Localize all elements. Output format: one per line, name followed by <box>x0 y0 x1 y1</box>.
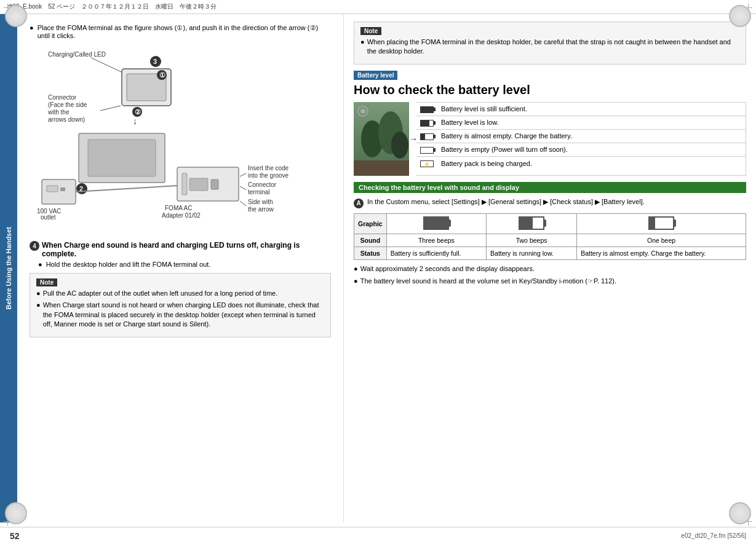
battery-text-1: Battery level is low. <box>441 118 499 127</box>
batt-graphic-med <box>519 216 544 230</box>
step4-label: 4 When Charge end sound is heard and cha… <box>30 241 331 258</box>
note-label-right: Note <box>360 27 381 35</box>
svg-rect-18 <box>88 140 156 176</box>
footer-file-info: e02_dt20_7e.fm [52/56] <box>681 532 746 539</box>
svg-text:with the: with the <box>47 109 70 116</box>
svg-text:Side with: Side with <box>248 199 273 205</box>
svg-rect-23 <box>60 187 65 191</box>
svg-text:FOMA AC: FOMA AC <box>165 205 192 211</box>
battery-section: Battery level How to check the battery l… <box>354 71 746 176</box>
deco-circle-br <box>729 502 751 524</box>
battery-icon-high <box>420 118 437 127</box>
note-bullet-1: ● <box>36 289 41 298</box>
checking-bullet-1-text: Wait approximately 2 seconds and the dis… <box>360 265 535 272</box>
svg-rect-27 <box>182 173 187 195</box>
sound-table-row-graphic: Graphic <box>354 213 746 234</box>
note-right-text: ● When placing the FOMA terminal in the … <box>360 37 739 57</box>
diagram-svg: Charging/Called LED 3 ① ② ↓ Connector <box>30 44 337 229</box>
step4-sub-bullet: ● <box>38 261 42 268</box>
sound-table-row-sound: Sound Three beeps Two beeps One beep <box>354 234 746 246</box>
battery-rows: Battery level is still sufficient. Batte… <box>416 102 746 176</box>
svg-text:the arrow: the arrow <box>248 206 274 213</box>
status-full: Battery is sufficiently full. <box>386 246 486 259</box>
note-bullet-2: ● <box>36 301 41 310</box>
battery-image-inner <box>354 102 409 176</box>
batt-graphic-full <box>423 216 449 230</box>
page-number: 52 <box>10 531 20 541</box>
note-right-content: When placing the FOMA terminal in the de… <box>367 37 739 57</box>
batt-empty-icon <box>420 147 434 154</box>
note-text-2: When Charge start sound is not heard or … <box>43 301 324 329</box>
svg-text:outlet: outlet <box>41 214 56 221</box>
sound-one: One beep <box>577 234 746 246</box>
status-low: Battery is running low. <box>487 246 577 259</box>
svg-rect-29 <box>211 179 218 189</box>
checking-bullet-1-icon: ● <box>354 265 358 272</box>
svg-line-41 <box>76 186 177 192</box>
graphic-label: Graphic <box>354 213 387 234</box>
sidebar-tab: Before Using the Handset <box>0 14 17 522</box>
sound-two: Two beeps <box>487 234 577 246</box>
checking-bullet-1: ● Wait approximately 2 seconds and the d… <box>354 265 746 272</box>
svg-text:Adapter 01/02: Adapter 01/02 <box>162 212 201 219</box>
svg-text:↓: ↓ <box>133 116 137 126</box>
sound-label: Sound <box>354 234 387 246</box>
battery-icon-empty <box>420 145 437 154</box>
svg-line-35 <box>240 186 246 190</box>
graphic-medium <box>487 213 577 234</box>
header-book-info: dt20_E.book 52 ページ ２００７年１２月１２日 水曜日 午後２時３… <box>7 2 217 11</box>
svg-text:Insert the code: Insert the code <box>248 165 289 171</box>
graphic-full <box>386 213 486 234</box>
svg-point-48 <box>360 109 365 114</box>
sound-table-row-status: Status Battery is sufficiently full. Bat… <box>354 246 746 259</box>
battery-row-3: Battery is empty (Power will turn off so… <box>416 143 746 157</box>
note-item-1: ● Pull the AC adapter out of the outlet … <box>36 289 324 298</box>
svg-line-14 <box>100 106 121 111</box>
battery-text-4: Battery pack is being charged. <box>441 159 532 168</box>
battery-image <box>354 102 409 176</box>
sound-table: Graphic <box>354 213 746 260</box>
batt-low-icon <box>420 133 434 140</box>
svg-point-45 <box>391 132 408 159</box>
svg-text:②: ② <box>135 108 141 116</box>
checking-step-text: In the Custom menu, select [Settings] ▶ … <box>367 198 645 206</box>
left-panel: ● Place the FOMA terminal as the figure … <box>17 14 343 522</box>
battery-text-2: Battery is almost empty. Charge the batt… <box>441 132 572 140</box>
svg-text:Connector: Connector <box>248 181 277 188</box>
status-label: Status <box>354 246 387 259</box>
battery-row-1: Battery level is low. <box>416 116 746 130</box>
right-panel: Note ● When placing the FOMA terminal in… <box>343 14 756 522</box>
svg-line-38 <box>240 201 246 206</box>
battery-icon-low <box>420 132 437 140</box>
sound-three: Three beeps <box>386 234 486 246</box>
batt-full-icon <box>420 106 434 113</box>
checking-header: Checking the battery level with sound an… <box>354 182 746 193</box>
svg-text:Connector: Connector <box>48 94 77 101</box>
svg-text:3: 3 <box>153 58 157 65</box>
battery-section-title: How to check the battery level <box>354 82 746 97</box>
battery-arrow: → <box>409 134 418 144</box>
deco-circle-tr <box>729 5 751 27</box>
battery-photo-svg <box>354 102 409 176</box>
bullet-1-text: Place the FOMA terminal as the figure sh… <box>38 24 331 39</box>
bullet-1-icon: ● <box>30 24 34 31</box>
note-right-bullet: ● <box>360 37 365 47</box>
svg-text:(Face the side: (Face the side <box>48 101 87 108</box>
step4-sub-text: Hold the desktop holder and lift the FOM… <box>46 261 211 268</box>
step4: 4 When Charge end sound is heard and cha… <box>30 241 331 268</box>
checking-bullet-2-text: The battery level sound is heard at the … <box>360 277 616 285</box>
footer-bar: 52 e02_dt20_7e.fm [52/56] <box>0 527 756 544</box>
diagram-area: Charging/Called LED 3 ① ② ↓ Connector <box>30 44 331 235</box>
step4-number: 4 <box>30 241 39 251</box>
svg-text:①: ① <box>159 71 165 79</box>
battery-section-tag: Battery level <box>354 71 397 80</box>
battery-image-container: → <box>354 102 409 176</box>
battery-row-0: Battery level is still sufficient. <box>416 103 746 116</box>
svg-text:into the groove: into the groove <box>248 172 289 179</box>
note-label-left: Note <box>36 278 57 286</box>
battery-icon-full <box>420 104 437 113</box>
checking-section: Checking the battery level with sound an… <box>354 182 746 285</box>
note-text-1: Pull the AC adapter out of the outlet wh… <box>43 289 278 298</box>
svg-rect-22 <box>47 186 58 192</box>
battery-row-4: ⚡ Battery pack is being charged. <box>416 157 746 170</box>
